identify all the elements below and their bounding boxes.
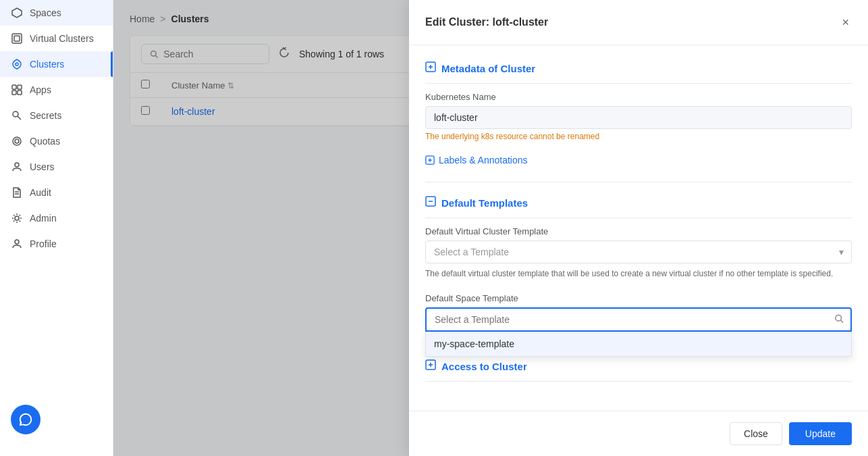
sidebar-item-virtual-clusters[interactable]: Virtual Clusters [0,26,113,51]
sidebar-item-label: Audit [30,187,51,198]
virtual-cluster-template-select[interactable]: Select a Template [425,240,852,263]
sidebar-item-audit[interactable]: Audit [0,180,113,205]
metadata-section-title: Metadata of Cluster [441,63,535,74]
sidebar-item-label: Spaces [30,7,61,18]
profile-icon [11,238,23,250]
svg-rect-4 [12,85,16,89]
labels-annotations-link[interactable]: Labels & Annotations [425,155,852,166]
section-divider-1 [425,182,852,182]
sidebar-item-admin[interactable]: Admin [0,205,113,231]
modal-body: Metadata of Cluster Kubernetes Name The … [409,45,868,411]
svg-point-9 [13,137,21,145]
update-button[interactable]: Update [789,422,852,445]
space-template-field: Default Space Template my-space-template [425,293,852,332]
sidebar-item-label: Users [30,161,55,172]
clusters-icon [11,58,23,70]
space-template-search-input[interactable] [425,307,852,332]
svg-rect-5 [18,85,22,89]
spaces-icon [11,7,23,19]
svg-rect-6 [12,91,16,95]
svg-point-12 [15,216,19,220]
access-section-header: Access to Cluster [425,359,852,382]
sidebar-item-spaces[interactable]: Spaces [0,0,113,26]
svg-point-13 [15,240,19,244]
svg-rect-2 [14,36,20,41]
space-template-select-wrapper: my-space-template [425,307,852,332]
admin-icon [11,212,23,224]
space-template-label: Default Space Template [425,293,852,303]
secrets-icon [11,109,23,122]
kubernetes-name-hint: The underlying k8s resource cannot be re… [425,132,852,141]
sidebar-item-label: Admin [30,213,57,224]
templates-section-header: Default Templates [425,196,852,218]
sidebar-item-label: Clusters [30,59,64,70]
virtual-cluster-template-select-wrapper: Select a Template ▾ [425,240,852,263]
templates-section-title: Default Templates [441,197,528,209]
svg-point-8 [13,111,18,117]
sidebar-item-label: Virtual Clusters [30,33,94,44]
sidebar-item-quotas[interactable]: Quotas [0,128,113,154]
quotas-icon [11,135,23,147]
svg-marker-0 [12,8,22,18]
svg-point-11 [15,163,19,167]
audit-icon [11,186,23,199]
sidebar-item-label: Profile [30,238,57,249]
sidebar-item-label: Quotas [30,136,60,147]
sidebar-item-profile[interactable]: Profile [0,231,113,257]
access-section-title: Access to Cluster [441,361,527,372]
sidebar-item-label: Secrets [30,110,61,121]
sidebar-item-users[interactable]: Users [0,154,113,180]
modal-header: Edit Cluster: loft-cluster × [409,0,868,45]
space-template-dropdown: my-space-template [425,332,852,357]
svg-rect-1 [12,34,22,43]
users-icon [11,161,23,173]
modal-footer: Close Update [409,411,868,456]
sidebar: Spaces Virtual Clusters Clusters [0,0,113,456]
metadata-section-header: Metadata of Cluster [425,61,852,84]
metadata-section-icon [425,61,436,75]
apps-icon [11,84,23,96]
edit-cluster-modal: Edit Cluster: loft-cluster × Metadata of… [409,0,868,456]
space-template-option[interactable]: my-space-template [426,332,851,356]
kubernetes-name-field: Kubernetes Name The underlying k8s resou… [425,92,852,141]
virtual-cluster-template-hint: The default virtual cluster template tha… [425,268,852,280]
svg-rect-7 [18,91,22,95]
sidebar-item-apps[interactable]: Apps [0,77,113,103]
sidebar-item-secrets[interactable]: Secrets [0,103,113,128]
modal-title: Edit Cluster: loft-cluster [425,16,548,28]
kubernetes-name-input[interactable] [425,106,852,129]
svg-point-10 [15,139,19,143]
svg-point-3 [16,63,18,66]
virtual-cluster-template-label: Default Virtual Cluster Template [425,226,852,236]
sidebar-item-label: Apps [30,84,51,95]
virtual-clusters-icon [11,32,23,45]
kubernetes-name-label: Kubernetes Name [425,92,852,102]
sidebar-item-clusters[interactable]: Clusters [0,51,113,77]
templates-section-icon [425,196,436,209]
labels-link-text: Labels & Annotations [439,155,528,166]
virtual-cluster-template-field: Default Virtual Cluster Template Select … [425,226,852,280]
access-section-icon [425,359,436,373]
chat-button[interactable] [11,405,40,434]
close-button[interactable]: Close [730,422,782,445]
close-modal-button[interactable]: × [839,14,852,31]
